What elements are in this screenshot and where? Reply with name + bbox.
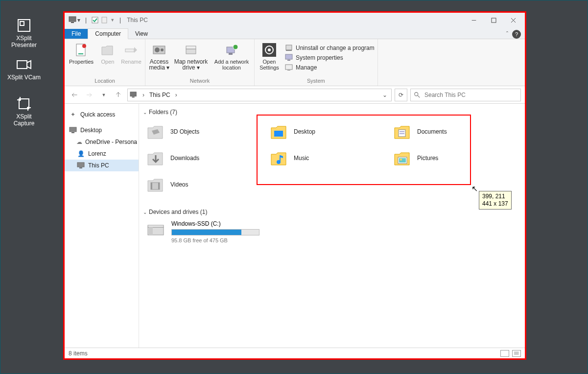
- tab-computer[interactable]: Computer: [88, 28, 128, 39]
- address-bar[interactable]: › This PC › ⌄: [127, 89, 392, 101]
- checkbox-icon[interactable]: [92, 17, 98, 23]
- nav-back-button[interactable]: 🡠: [69, 89, 80, 101]
- svg-rect-55: [148, 225, 164, 227]
- svg-rect-43: [274, 131, 283, 137]
- nav-user[interactable]: 👤Lorenz: [65, 148, 139, 160]
- minimize-button[interactable]: ─: [464, 13, 484, 27]
- address-bar-row: 🡠 🡢 ▼ 🡡 › This PC › ⌄ ⟳: [65, 86, 525, 104]
- nav-up-button[interactable]: 🡡: [113, 89, 124, 101]
- svg-point-16: [82, 44, 86, 48]
- close-button[interactable]: [503, 13, 523, 27]
- svg-line-38: [418, 95, 420, 97]
- nav-desktop[interactable]: Desktop: [65, 124, 139, 136]
- tab-view[interactable]: View: [128, 29, 155, 39]
- folders-section-header[interactable]: ⌄Folders (7): [143, 109, 521, 116]
- svg-rect-12: [492, 18, 496, 23]
- folder-3d-objects[interactable]: 3D Objects: [143, 118, 266, 145]
- svg-point-50: [400, 159, 402, 161]
- system-properties-button[interactable]: System properties: [285, 54, 375, 62]
- svg-rect-32: [287, 60, 290, 61]
- map-network-drive-button[interactable]: Map network drive ▾: [174, 42, 208, 70]
- svg-rect-22: [186, 46, 196, 49]
- tab-file[interactable]: File: [65, 29, 88, 39]
- nav-onedrive[interactable]: ☁OneDrive - Persona: [65, 136, 139, 148]
- svg-rect-29: [286, 45, 292, 50]
- doc-icon[interactable]: [101, 17, 107, 23]
- view-large-icons-button[interactable]: [512, 350, 521, 357]
- drives-section-header[interactable]: ⌄Devices and drives (1): [143, 209, 521, 215]
- drive-usage-bar: [171, 229, 259, 235]
- status-item-count: 8 items: [69, 350, 88, 357]
- properties-button[interactable]: Properties: [68, 42, 95, 65]
- svg-rect-9: [71, 22, 74, 23]
- app-icon: [15, 17, 33, 34]
- open-settings-button[interactable]: Open Settings: [258, 42, 281, 70]
- svg-rect-44: [399, 130, 405, 137]
- status-bar: 8 items: [65, 348, 525, 358]
- ribbon-group-network: Access media ▾ Map network drive ▾ Add a…: [145, 39, 255, 86]
- desktop-shortcut-label: XSplit Presenter: [7, 35, 41, 48]
- manage-button[interactable]: Manage: [285, 64, 375, 71]
- svg-rect-31: [285, 54, 292, 59]
- svg-rect-39: [70, 127, 76, 132]
- drive-c[interactable]: Windows-SSD (C:) 95.8 GB free of 475 GB: [143, 218, 290, 245]
- svg-rect-8: [69, 17, 76, 22]
- view-details-button[interactable]: [500, 350, 509, 357]
- svg-rect-53: [158, 183, 160, 189]
- search-icon: [414, 92, 421, 98]
- breadcrumb[interactable]: This PC: [149, 92, 170, 98]
- star-icon: ✦: [69, 110, 77, 119]
- folder-music[interactable]: Music: [266, 145, 390, 171]
- desktop-shortcut-label: XSplit VCam: [7, 74, 41, 81]
- svg-rect-21: [186, 49, 196, 54]
- chevron-down-icon[interactable]: ⌄: [382, 92, 389, 98]
- app-icon: [15, 95, 33, 113]
- folder-documents[interactable]: Documents: [390, 118, 513, 145]
- desktop-shortcut-xsplit-vcam[interactable]: XSplit VCam: [7, 56, 41, 81]
- search-box[interactable]: [410, 89, 521, 101]
- desktop-shortcut-label: XSplit Capture: [7, 113, 41, 127]
- svg-rect-56: [149, 227, 153, 235]
- window-title: This PC: [127, 17, 148, 23]
- add-network-location-button[interactable]: Add a network location: [212, 42, 251, 70]
- content-pane[interactable]: ⌄Folders (7) 3D Objects Desktop Document…: [139, 104, 525, 348]
- access-media-button[interactable]: Access media ▾: [148, 42, 170, 70]
- svg-point-37: [415, 92, 418, 95]
- desktop-shortcut-xsplit-capture[interactable]: XSplit Capture: [7, 95, 41, 127]
- nav-quick-access[interactable]: ✦Quick access: [65, 109, 139, 120]
- coordinates-tooltip: 399, 211 441 x 137: [479, 191, 512, 210]
- refresh-button[interactable]: ⟳: [395, 89, 407, 101]
- svg-rect-33: [285, 65, 292, 70]
- chevron-right-icon[interactable]: ›: [173, 92, 179, 98]
- pc-icon: [130, 92, 138, 98]
- svg-rect-30: [286, 50, 292, 51]
- desktop-shortcut-xsplit-presenter[interactable]: XSplit Presenter: [7, 17, 41, 48]
- folder-desktop[interactable]: Desktop: [266, 118, 390, 145]
- folder-pictures[interactable]: Pictures: [390, 145, 513, 171]
- drive-free-text: 95.8 GB free of 475 GB: [171, 237, 259, 243]
- ribbon: Properties Open Rename Location: [65, 39, 525, 86]
- ribbon-group-system: Open Settings Uninstall or change a prog…: [255, 39, 378, 86]
- title-bar[interactable]: ▾ | ▼ | This PC ─: [65, 13, 525, 27]
- svg-rect-41: [77, 163, 84, 167]
- cloud-icon: ☁: [76, 138, 82, 146]
- svg-point-47: [277, 160, 281, 164]
- folder-downloads[interactable]: Downloads: [143, 145, 266, 171]
- svg-rect-1: [20, 22, 24, 25]
- quick-access-toolbar: ▾ | ▼ |: [69, 16, 123, 24]
- desktop: XSplit Presenter XSplit VCam XSplit Capt…: [0, 0, 588, 374]
- app-icon: [15, 56, 33, 73]
- nav-forward-button: 🡢: [83, 89, 95, 101]
- svg-rect-34: [287, 70, 290, 70]
- folder-videos[interactable]: Videos: [143, 171, 266, 198]
- nav-recent-button[interactable]: ▼: [98, 89, 110, 101]
- search-input[interactable]: [424, 92, 517, 98]
- uninstall-program-button[interactable]: Uninstall or change a program: [285, 44, 375, 52]
- drive-label: Windows-SSD (C:): [171, 220, 259, 227]
- user-icon: 👤: [76, 149, 85, 158]
- help-icon[interactable]: ?: [512, 30, 521, 39]
- chevron-right-icon[interactable]: ›: [141, 92, 146, 98]
- maximize-button[interactable]: [484, 13, 503, 27]
- nav-this-pc[interactable]: This PC: [65, 160, 139, 171]
- collapse-ribbon-icon[interactable]: ˆ: [506, 31, 508, 38]
